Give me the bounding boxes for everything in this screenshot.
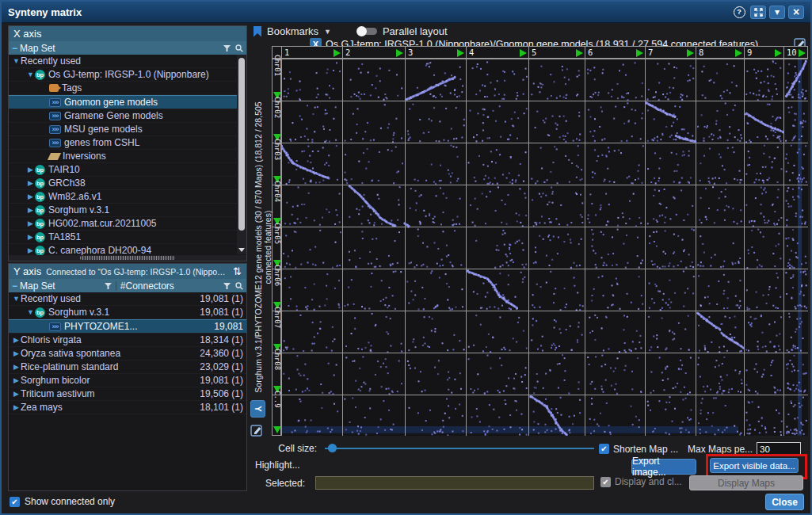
matrix-column-header[interactable]: 7 <box>645 46 696 59</box>
orientation-flag-icon[interactable] <box>636 49 643 57</box>
tree-item[interactable]: ▼Recently used <box>9 55 237 68</box>
close-button[interactable]: Close <box>765 494 804 510</box>
scroll-down-icon[interactable] <box>238 248 245 252</box>
filter-icon[interactable] <box>223 45 231 52</box>
expander-icon[interactable]: ▶ <box>12 363 21 371</box>
expander-icon[interactable]: ▼ <box>26 308 35 316</box>
parallel-layout-toggle[interactable] <box>356 26 377 36</box>
y-column-headers[interactable]: − Map Set #Connectors <box>9 279 246 292</box>
orientation-flag-icon[interactable] <box>576 49 583 57</box>
matrix-row-header[interactable]: Chr01 <box>272 59 281 101</box>
search-icon[interactable] <box>235 282 243 290</box>
y-table-row[interactable]: ▶Chloris virgata18,314 (1) <box>9 334 246 347</box>
matrix-row-header[interactable]: Chr03 <box>272 143 281 185</box>
display-maps-button[interactable]: Display Maps <box>689 475 803 490</box>
tree-item[interactable]: ▶bpHG002.mat.cur.20211005 <box>9 217 237 231</box>
expander-icon[interactable]: ▼ <box>12 57 21 65</box>
tree-item[interactable]: ▶bpTAIR10 <box>9 163 237 177</box>
x-map-set-column-header[interactable]: − Map Set <box>9 41 246 55</box>
scrollbar-thumb[interactable] <box>80 256 175 260</box>
tree-item[interactable]: ▶bpSorghum v.3.1 <box>9 204 237 217</box>
expander-icon[interactable]: ▶ <box>26 246 35 254</box>
tree-item[interactable]: Tags <box>9 82 237 95</box>
swap-axes-icon[interactable]: ⇅ <box>233 265 242 277</box>
highlight-button[interactable]: Highlight... <box>255 460 300 471</box>
expander-icon[interactable]: ▶ <box>12 349 21 357</box>
matrix-column-header[interactable]: 1 <box>281 46 342 59</box>
tree-item[interactable]: ▼bpOs GJ-temp: IRGSP-1.0 (Nipponbare) <box>9 68 237 82</box>
matrix-column-header[interactable]: 10 <box>783 46 808 59</box>
collapse-all-icon[interactable]: − <box>12 280 17 292</box>
matrix-row-header[interactable]: Chr02 <box>272 101 281 143</box>
expander-icon[interactable]: ▶ <box>12 376 21 384</box>
tree-item[interactable]: ▶bpGRCh38 <box>9 177 237 190</box>
orientation-flag-icon[interactable] <box>735 49 742 57</box>
y-table-row[interactable]: ▶Oryza sativa spontanea24,360 (1) <box>9 347 246 360</box>
y-table-row[interactable]: ▶Rice-platinum standard23,029 (1) <box>9 360 246 374</box>
y-table-row[interactable]: ▶Zea mays18,101 (1) <box>9 401 246 414</box>
cell-size-slider[interactable] <box>325 448 594 449</box>
expander-icon[interactable]: ▶ <box>12 403 21 411</box>
orientation-flag-icon[interactable] <box>520 49 527 57</box>
filter-icon[interactable] <box>105 283 112 289</box>
tree-item[interactable]: »»Gnomon gene models <box>9 95 237 109</box>
orientation-flag-icon[interactable] <box>396 49 403 57</box>
synteny-dot-matrix[interactable] <box>281 59 808 436</box>
edit-y-dataset-icon[interactable] <box>250 424 264 437</box>
y-table-row[interactable]: ▼bpSorghum v.3.119,081 (1) <box>9 306 246 319</box>
matrix-row-header[interactable]: Chr08 <box>272 353 281 395</box>
selected-input[interactable] <box>315 476 594 490</box>
matrix-column-header[interactable]: 4 <box>466 46 528 59</box>
matrix-column-header[interactable]: 6 <box>585 46 645 59</box>
show-connected-only-checkbox[interactable]: ✔ <box>10 497 20 507</box>
help-button[interactable]: ? <box>731 6 747 19</box>
chevron-down-icon[interactable]: ▼ <box>324 28 331 36</box>
collapse-all-icon[interactable]: − <box>12 43 17 54</box>
tree-item[interactable]: »»Gramene Gene models <box>9 109 237 123</box>
y-table-row[interactable]: ▶Triticum aestivum19,506 (1) <box>9 387 246 401</box>
x-tree-vertical-scrollbar[interactable] <box>237 55 246 254</box>
tree-item[interactable]: »»MSU gene models <box>9 123 237 136</box>
matrix-column-header[interactable]: 8 <box>696 46 744 59</box>
expander-icon[interactable]: ▶ <box>26 166 35 174</box>
expander-icon[interactable]: ▶ <box>26 219 35 227</box>
matrix-row-header[interactable]: Chr07 <box>272 311 281 353</box>
shorten-map-checkbox[interactable]: ✔ <box>599 444 609 454</box>
close-window-button[interactable]: × <box>788 6 804 19</box>
y-table-row[interactable]: ▼Recently used19,081 (1) <box>9 292 246 306</box>
matrix-column-header[interactable]: 9 <box>744 46 783 59</box>
matrix-row-header[interactable]: Chr06 <box>272 269 281 311</box>
x-tree-horizontal-scrollbar[interactable] <box>9 255 246 261</box>
orientation-flag-icon[interactable] <box>775 49 782 57</box>
orientation-flag-icon[interactable] <box>799 49 806 57</box>
expander-icon[interactable]: ▶ <box>26 206 35 214</box>
tree-item[interactable]: ▶bpWm82.a6.v1 <box>9 190 237 204</box>
bookmarks-menu[interactable]: Bookmarks <box>267 25 318 37</box>
matrix-row-header[interactable]: C..9 <box>272 395 281 436</box>
expander-icon[interactable]: ▼ <box>12 295 21 303</box>
display-and-close-checkbox[interactable]: ✔ <box>600 477 611 487</box>
y-table-row[interactable]: ▶Sorghum bicolor19,081 (1) <box>9 374 246 387</box>
orientation-flag-icon[interactable] <box>457 49 464 57</box>
cell-size-slider-thumb[interactable] <box>328 444 337 452</box>
expander-icon[interactable]: ▶ <box>26 193 35 200</box>
y-table-row[interactable]: »»PHYTOZOME1...19,081 <box>9 319 246 334</box>
matrix-column-header[interactable]: 2 <box>342 46 405 59</box>
matrix-column-header[interactable]: 3 <box>405 46 466 59</box>
expander-icon[interactable]: ▼ <box>26 71 35 78</box>
matrix-column-header[interactable]: 5 <box>528 46 585 59</box>
matrix-row-header[interactable]: Chr05 <box>272 227 281 269</box>
tree-item[interactable]: Inversions <box>9 150 237 163</box>
tree-item[interactable]: ▶bpC. canephora DH200-94 <box>9 244 237 256</box>
orientation-flag-icon[interactable] <box>273 426 281 433</box>
export-image-button[interactable]: Export image... <box>631 459 696 475</box>
maximize-button[interactable] <box>750 6 766 19</box>
tree-item[interactable]: ▶bpTA1851 <box>9 231 237 244</box>
search-icon[interactable] <box>235 44 243 52</box>
expander-icon[interactable]: ▶ <box>26 233 35 241</box>
filter-icon[interactable] <box>223 283 231 289</box>
expander-icon[interactable]: ▶ <box>26 179 35 187</box>
orientation-flag-icon[interactable] <box>334 49 341 57</box>
tree-item[interactable]: »»genes from CSHL <box>9 136 237 150</box>
collapse-button[interactable]: ▾ <box>769 6 785 19</box>
